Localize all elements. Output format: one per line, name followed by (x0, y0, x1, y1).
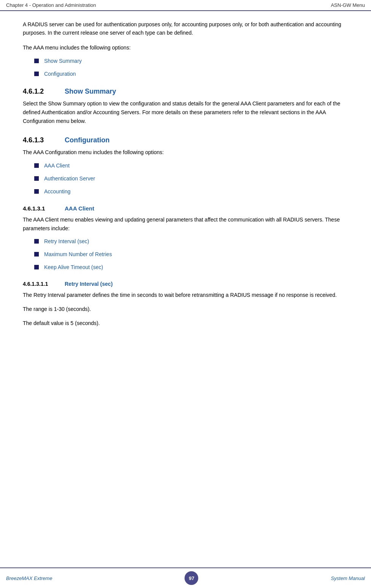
list-item: Retry Interval (sec) (34, 238, 348, 244)
bullet-icon (34, 176, 39, 181)
retry-interval-link[interactable]: Retry Interval (sec) (44, 238, 89, 244)
bullet-icon (34, 265, 39, 269)
top-bullet-list: Show Summary Configuration (34, 58, 348, 77)
aaa-client-bullet-list: Retry Interval (sec) Maximum Number of R… (34, 238, 348, 270)
bullet-icon (34, 163, 39, 168)
section-46131-body: The AAA Client menu enables viewing and … (23, 215, 348, 233)
configuration-link[interactable]: Configuration (44, 71, 76, 77)
section-4612-body: Select the Show Summary option to view t… (23, 99, 348, 126)
section-4613-intro: The AAA Configuration menu includes the … (23, 148, 348, 157)
accounting-link[interactable]: Accounting (44, 188, 70, 194)
page-footer: BreezeMAX Extreme 97 System Manual (0, 567, 371, 588)
bullet-icon (34, 252, 39, 257)
config-bullet-list: AAA Client Authentication Server Account… (34, 163, 348, 194)
list-item: Configuration (34, 71, 348, 77)
section-number-46131: 4.6.1.3.1 (23, 205, 65, 212)
section-title-4612: Show Summary (65, 88, 116, 96)
section-4613: 4.6.1.3 Configuration (23, 136, 348, 144)
section-461311: 4.6.1.3.1.1 Retry Interval (sec) (23, 281, 348, 287)
bullet-icon (34, 72, 39, 76)
bullet-icon (34, 59, 39, 63)
footer-right: System Manual (331, 575, 365, 581)
header-chapter: Chapter 4 - Operation and Administration (6, 2, 96, 8)
section-46131: 4.6.1.3.1 AAA Client (23, 205, 348, 212)
page-header: Chapter 4 - Operation and Administration… (0, 0, 371, 11)
section-461311-body3: The default value is 5 (seconds). (23, 319, 348, 328)
section-461311-body1: The Retry Interval parameter defines the… (23, 291, 348, 300)
section-461311-body2: The range is 1-30 (seconds). (23, 305, 348, 314)
section-number-4612: 4.6.1.2 (23, 88, 65, 96)
show-summary-link[interactable]: Show Summary (44, 58, 82, 64)
bullet-icon (34, 189, 39, 194)
aaa-client-link[interactable]: AAA Client (44, 163, 70, 169)
auth-server-link[interactable]: Authentication Server (44, 175, 95, 182)
section-number-4613: 4.6.1.3 (23, 136, 65, 144)
header-section: ASN-GW Menu (331, 2, 365, 8)
list-item: Accounting (34, 188, 348, 194)
list-item: Authentication Server (34, 175, 348, 182)
section-4612: 4.6.1.2 Show Summary (23, 88, 348, 96)
intro-para-1: A RADIUS server can be used for authenti… (23, 20, 348, 37)
list-item: AAA Client (34, 163, 348, 169)
intro-para-2: The AAA menu includes the following opti… (23, 43, 348, 52)
section-number-461311: 4.6.1.3.1.1 (23, 281, 65, 287)
main-content: A RADIUS server can be used for authenti… (0, 11, 371, 363)
section-title-46131: AAA Client (65, 205, 94, 212)
list-item: Maximum Number of Retries (34, 251, 348, 257)
footer-left: BreezeMAX Extreme (6, 575, 52, 581)
page-number: 97 (185, 571, 198, 585)
max-retries-link[interactable]: Maximum Number of Retries (44, 251, 112, 257)
bullet-icon (34, 239, 39, 244)
keep-alive-link[interactable]: Keep Alive Timeout (sec) (44, 264, 103, 270)
list-item: Show Summary (34, 58, 348, 64)
list-item: Keep Alive Timeout (sec) (34, 264, 348, 270)
section-title-4613: Configuration (65, 136, 110, 144)
section-title-461311: Retry Interval (sec) (65, 281, 113, 287)
